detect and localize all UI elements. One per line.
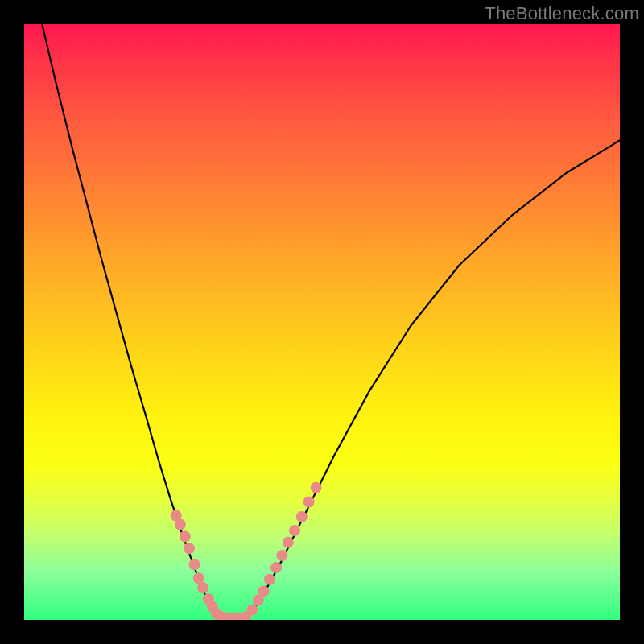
chart-svg xyxy=(24,24,620,620)
curve-right-branch xyxy=(248,140,621,617)
highlight-dot xyxy=(189,559,200,570)
highlight-dot xyxy=(283,537,294,548)
highlight-dot xyxy=(270,562,282,573)
highlight-dot xyxy=(246,604,258,615)
chart-frame: TheBottleneck.com xyxy=(0,0,644,644)
highlight-dot xyxy=(303,497,315,508)
highlight-dot xyxy=(296,511,308,522)
highlight-dot xyxy=(276,550,287,561)
highlight-dot xyxy=(175,519,186,530)
plot-area xyxy=(24,24,620,620)
highlight-dot xyxy=(197,582,208,593)
highlight-dot xyxy=(180,530,191,542)
highlight-dot xyxy=(311,482,322,493)
highlight-dot xyxy=(184,543,195,554)
highlight-dot xyxy=(264,574,275,585)
highlight-dot xyxy=(258,586,270,597)
marker-group xyxy=(171,482,322,620)
watermark-label: TheBottleneck.com xyxy=(485,3,639,24)
highlight-dot xyxy=(289,525,300,536)
curve-left-branch xyxy=(42,24,221,617)
